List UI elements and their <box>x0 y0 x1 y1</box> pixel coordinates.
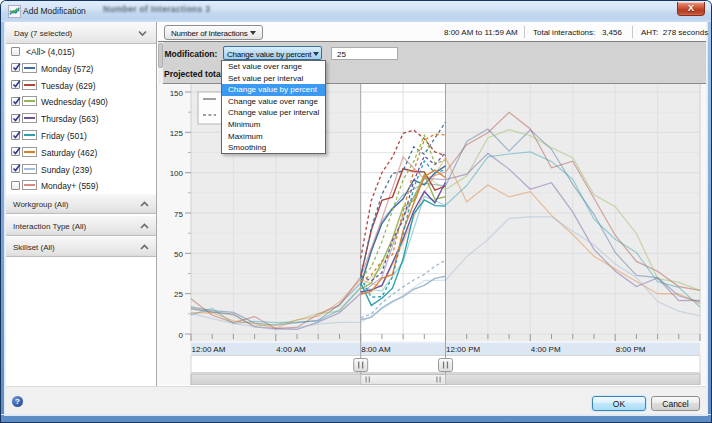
svg-text:0: 0 <box>179 331 184 340</box>
svg-text:8:00 PM: 8:00 PM <box>616 345 646 354</box>
svg-text:12:00 AM: 12:00 AM <box>192 345 226 354</box>
svg-text:25: 25 <box>174 290 183 299</box>
svg-text:8:00 AM: 8:00 AM <box>361 345 391 354</box>
svg-text:12:00 PM: 12:00 PM <box>446 345 481 354</box>
svg-text:50: 50 <box>174 250 183 259</box>
svg-text:100: 100 <box>170 169 184 178</box>
svg-text:75: 75 <box>174 210 183 219</box>
svg-text:4:00 PM: 4:00 PM <box>531 345 561 354</box>
svg-text:4:00 AM: 4:00 AM <box>276 345 306 354</box>
svg-text:150: 150 <box>170 89 184 98</box>
svg-text:125: 125 <box>170 129 184 138</box>
